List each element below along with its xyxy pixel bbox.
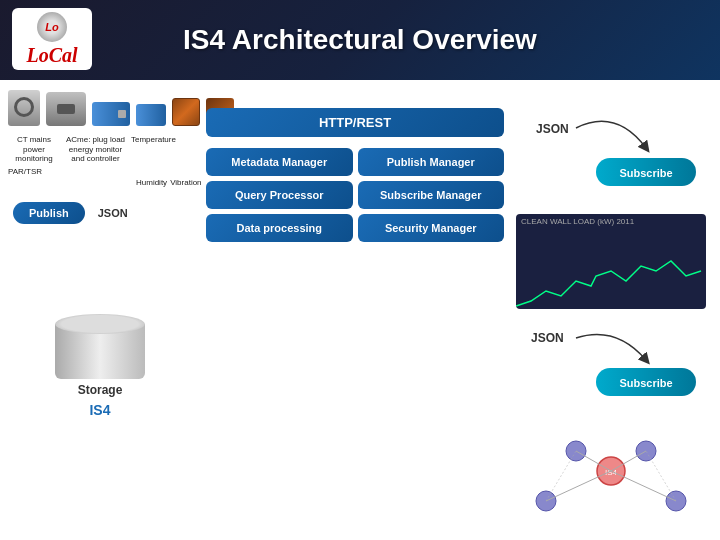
network-diagram: IS4 (516, 431, 706, 531)
chart-line (516, 261, 701, 306)
json-text-1: JSON (536, 122, 569, 136)
json-label-1: JSON (98, 207, 128, 219)
svg-line-8 (546, 471, 611, 501)
svg-line-9 (611, 471, 676, 501)
manager-grid: Metadata Manager Publish Manager Query P… (206, 148, 504, 242)
par-tsr-icon (136, 104, 166, 126)
publish-manager-cell: Publish Manager (358, 148, 505, 176)
header: Lo LoCal IS4 Architectural Overview (0, 0, 720, 80)
chart-svg (516, 226, 706, 309)
page-title: IS4 Architectural Overview (183, 24, 537, 56)
par-label: PAR/TSR (8, 167, 38, 177)
sensor-temperature (92, 102, 130, 129)
is4-label: IS4 (89, 402, 110, 418)
http-rest-bar: HTTP/REST (206, 108, 504, 137)
sensor-ct-mains (8, 90, 40, 129)
humidity-icon (172, 98, 200, 126)
ct-label: CT mains power monitoring (8, 135, 60, 164)
security-manager-cell: Security Manager (358, 214, 505, 242)
subscribe-arrow-svg-2: JSON Subscribe (516, 320, 716, 420)
right-panel: JSON Subscribe CL (510, 80, 720, 540)
acme-label: ACme: plug load energy monitor and contr… (63, 135, 128, 164)
storage-label: Storage (78, 383, 123, 397)
json-text-2: JSON (531, 331, 564, 345)
chart-title: CLEAN WALL LOAD (kW) 2011 (521, 217, 634, 226)
svg-line-13 (646, 451, 676, 501)
data-processing-cell: Data processing (206, 214, 353, 242)
publish-json-row: Publish JSON (13, 202, 192, 224)
temperature-icon (92, 102, 130, 126)
storage-area: Storage IS4 (8, 314, 192, 418)
sensor-acme (46, 92, 86, 129)
logo: Lo LoCal (12, 8, 92, 70)
storage-cylinder-icon (55, 314, 145, 379)
subscribe-text-1: Subscribe (619, 167, 672, 179)
main-content: CT mains power monitoring ACme: plug loa… (0, 80, 720, 540)
acme-icon (46, 92, 86, 126)
network-svg: IS4 (516, 431, 706, 531)
temp-label: Temperature (131, 135, 169, 164)
subscribe-text-2: Subscribe (619, 377, 672, 389)
left-panel: CT mains power monitoring ACme: plug loa… (0, 80, 200, 540)
publish-button[interactable]: Publish (13, 202, 85, 224)
query-processor-cell: Query Processor (206, 181, 353, 209)
mid-panel: HTTP/REST Metadata Manager Publish Manag… (200, 80, 510, 540)
subscribe-arrow-svg: JSON Subscribe (516, 98, 716, 228)
metadata-manager-cell: Metadata Manager (206, 148, 353, 176)
ct-mains-icon (8, 90, 40, 126)
sensor-par-tsr (136, 104, 166, 129)
logo-text: LoCal (26, 44, 77, 67)
logo-circle: Lo (37, 12, 67, 42)
chart-container: CLEAN WALL LOAD (kW) 2011 (516, 214, 706, 309)
svg-line-12 (546, 451, 576, 501)
vib-label: Vibration (170, 178, 201, 187)
sensor-row (8, 90, 192, 129)
subscribe-manager-cell: Subscribe Manager (358, 181, 505, 209)
hum-label: Humidity (136, 178, 167, 187)
sensor-humidity (172, 98, 200, 129)
